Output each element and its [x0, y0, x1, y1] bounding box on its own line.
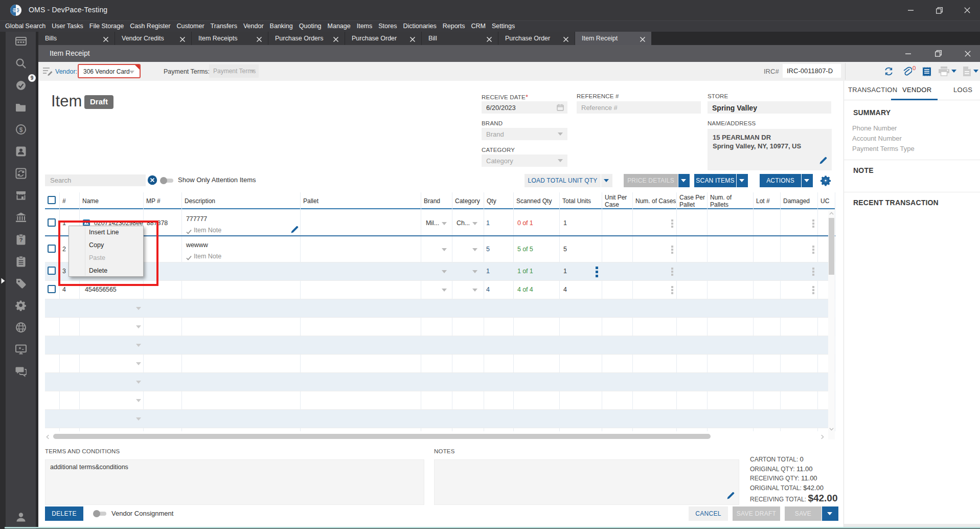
menu-vendor[interactable]: Vendor — [240, 21, 267, 32]
brand-dropdown-icon[interactable] — [442, 289, 447, 292]
menu-transfers[interactable]: Transfers — [208, 21, 240, 32]
name-dropdown-icon[interactable] — [136, 399, 141, 402]
column-header-case-per-pallet[interactable]: Case Per Pallet — [679, 194, 707, 208]
load-total-unit-qty-dropdown[interactable] — [601, 174, 612, 187]
menu-items[interactable]: Items — [354, 21, 376, 32]
menu-file-storage[interactable]: File Storage — [86, 21, 127, 32]
column-header-#[interactable]: # — [62, 197, 66, 205]
sidebar-expand-icon[interactable] — [1, 277, 5, 286]
brand-dropdown-icon[interactable] — [442, 248, 447, 251]
category-select[interactable]: Category — [482, 155, 567, 167]
price-details-dropdown[interactable] — [678, 174, 690, 187]
load-total-unit-qty-button[interactable]: LOAD TOTAL UNIT QTY — [525, 174, 601, 187]
cell-kebab-icon[interactable] — [812, 268, 814, 277]
actions-button[interactable]: ACTIONS — [760, 174, 801, 187]
tab-vendor-credits[interactable]: Vendor Credits — [115, 32, 191, 45]
price-details-button[interactable]: PRICE DETAILS — [624, 174, 678, 187]
row-menu-kebab-icon[interactable] — [596, 267, 598, 279]
search-input[interactable]: Search — [45, 174, 146, 186]
column-header-scanned-qty[interactable]: Scanned Qty — [516, 197, 552, 205]
brand-dropdown-icon[interactable] — [442, 222, 447, 225]
column-header-total-units[interactable]: Total Units — [562, 197, 591, 205]
name-address-box[interactable]: 15 PEARLMAN DRSpring Valley, NY, 10977, … — [708, 129, 832, 170]
horizontal-scrollbar[interactable] — [45, 433, 829, 439]
name-dropdown-icon[interactable] — [136, 417, 141, 421]
export-dropdown-icon[interactable] — [973, 70, 978, 73]
column-header-brand[interactable]: Brand — [424, 197, 440, 205]
sidebar-icon-monitor[interactable] — [15, 344, 27, 355]
column-header-lot-#[interactable]: Lot # — [756, 197, 770, 205]
sidebar-icon-clipboard-list[interactable] — [15, 256, 27, 267]
tab-item-receipt[interactable]: Item Receipt — [575, 32, 651, 45]
column-header-mp-#[interactable]: MP # — [146, 197, 161, 205]
menu-cash-register[interactable]: Cash Register — [127, 21, 173, 32]
vertical-scrollbar[interactable] — [828, 210, 835, 439]
panel-tab-logs[interactable]: LOGS — [953, 86, 972, 94]
row-checkbox[interactable] — [48, 285, 56, 293]
reference-input[interactable]: Reference # — [577, 101, 701, 114]
panel-tab-transaction[interactable]: TRANSACTION — [848, 86, 897, 94]
cell-kebab-icon[interactable] — [812, 246, 814, 255]
menu-crm[interactable]: CRM — [468, 21, 489, 32]
category-dropdown-icon[interactable] — [472, 248, 477, 251]
column-header-qty[interactable]: Qty — [487, 197, 496, 205]
column-header-category[interactable]: Category — [455, 197, 480, 205]
tab-close-icon[interactable] — [563, 35, 569, 41]
name-dropdown-icon[interactable] — [136, 325, 141, 328]
scroll-right-icon[interactable] — [820, 434, 825, 441]
cell-kebab-icon[interactable] — [812, 219, 814, 229]
description-edit-icon[interactable] — [291, 226, 299, 235]
menu-reports[interactable]: Reports — [440, 21, 468, 32]
name-dropdown-icon[interactable] — [136, 381, 141, 384]
sidebar-icon-user[interactable] — [15, 512, 27, 523]
tab-purchase-orders[interactable]: Purchase Orders — [268, 32, 345, 45]
cell-kebab-icon[interactable] — [671, 246, 673, 255]
menu-customer[interactable]: Customer — [173, 21, 207, 32]
tab-purchase-order[interactable]: Purchase Order — [345, 32, 421, 45]
receipt-icon[interactable] — [922, 66, 932, 79]
sidebar-icon-gear[interactable] — [15, 300, 27, 311]
sidebar-icon-tasks[interactable] — [15, 80, 27, 91]
name-dropdown-icon[interactable] — [136, 307, 141, 310]
scroll-left-icon[interactable] — [45, 434, 50, 441]
menu-manage[interactable]: Manage — [325, 21, 354, 32]
vendor-list-icon[interactable] — [42, 66, 54, 78]
column-header-num-of-cases[interactable]: Num. of Cases — [635, 197, 676, 205]
notes-textarea[interactable] — [434, 459, 739, 505]
tab-close-icon[interactable] — [486, 35, 492, 41]
category-dropdown-icon[interactable] — [472, 289, 477, 292]
notes-edit-icon[interactable] — [727, 492, 735, 501]
tab-close-icon[interactable] — [103, 35, 109, 41]
tab-item-receipts[interactable]: Item Receipts — [192, 32, 268, 45]
menu-stores[interactable]: Stores — [375, 21, 400, 32]
panel-tab-vendor[interactable]: VENDOR — [902, 86, 931, 94]
menu-dictionaries[interactable]: Dictionaries — [400, 21, 439, 32]
terms-textarea[interactable]: additional terms&conditions — [45, 459, 424, 505]
category-dropdown-icon[interactable] — [472, 270, 477, 273]
tab-close-icon[interactable] — [409, 35, 416, 41]
attention-items-toggle[interactable] — [160, 177, 174, 184]
save-button[interactable]: SAVE — [785, 506, 822, 521]
row-checkbox[interactable] — [48, 218, 56, 227]
store-input[interactable]: Spring Valley — [708, 101, 831, 114]
print-icon[interactable] — [939, 67, 949, 78]
menu-settings[interactable]: Settings — [489, 21, 518, 32]
sidebar-icon-store[interactable] — [15, 190, 27, 201]
sidebar-icon-register[interactable] — [15, 36, 27, 47]
cell-kebab-icon[interactable] — [812, 286, 814, 295]
menu-banking[interactable]: Banking — [267, 21, 296, 32]
brand-select[interactable]: Brand — [482, 128, 567, 140]
sidebar-icon-contact[interactable] — [15, 146, 27, 157]
menu-user-tasks[interactable]: User Tasks — [49, 21, 86, 32]
tab-close-icon[interactable] — [640, 35, 646, 41]
sidebar-icon-chat[interactable] — [15, 366, 27, 377]
cell-kebab-icon[interactable] — [671, 268, 673, 277]
vscroll-thumb[interactable] — [829, 218, 834, 275]
doc-restore-button[interactable] — [926, 45, 950, 62]
receive-date-input[interactable]: 6/20/2023 — [482, 101, 567, 114]
sidebar-icon-clipboard-question[interactable]: ? — [15, 234, 27, 245]
row-checkbox[interactable] — [48, 245, 56, 253]
sidebar-icon-transfer[interactable] — [15, 168, 27, 179]
tab-close-icon[interactable] — [256, 35, 262, 41]
column-header-damaged[interactable]: Damaged — [783, 197, 810, 205]
